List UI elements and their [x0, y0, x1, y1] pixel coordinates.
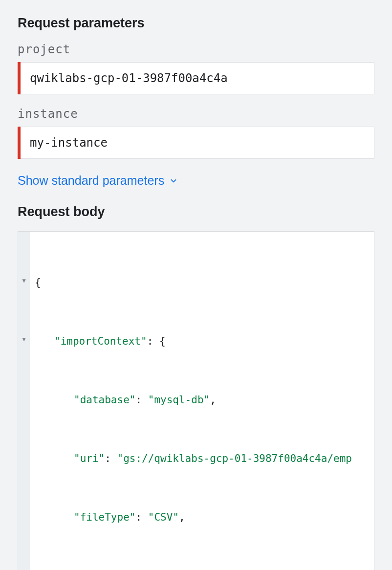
instance-input-wrap [18, 127, 374, 159]
show-standard-parameters-link[interactable]: Show standard parameters [18, 174, 374, 188]
fold-toggle-icon[interactable]: ▼ [18, 271, 30, 290]
request-body-heading: Request body [18, 204, 374, 219]
request-parameters-heading: Request parameters [18, 16, 374, 31]
instance-label: instance [18, 107, 374, 121]
project-input-wrap [18, 62, 374, 94]
required-indicator [18, 127, 21, 159]
required-indicator [18, 62, 21, 94]
json-key: "uri" [74, 449, 105, 468]
instance-input[interactable] [18, 127, 374, 159]
json-editor[interactable]: ▼ ▼ ▼ { "importContext": { "database": "… [18, 231, 374, 570]
editor-code[interactable]: { "importContext": { "database": "mysql-… [30, 232, 352, 570]
brace: { [35, 273, 41, 292]
show-standard-parameters-label: Show standard parameters [18, 174, 164, 188]
json-value: "gs://qwiklabs-gcp-01-3987f00a4c4a/emp [117, 449, 352, 468]
chevron-down-icon [169, 176, 178, 185]
json-key: "database" [74, 390, 135, 410]
fold-toggle-icon[interactable]: ▼ [18, 564, 30, 570]
json-key: "fileType" [74, 507, 135, 527]
project-input[interactable] [18, 62, 374, 94]
json-key: "importContext" [54, 331, 147, 351]
project-label: project [18, 43, 374, 56]
json-key: "csvImportOptions" [74, 566, 185, 570]
editor-gutter: ▼ ▼ ▼ [18, 232, 30, 570]
json-value: "mysql-db" [148, 390, 210, 410]
fold-toggle-icon[interactable]: ▼ [18, 329, 30, 349]
json-value: "CSV" [148, 507, 179, 527]
